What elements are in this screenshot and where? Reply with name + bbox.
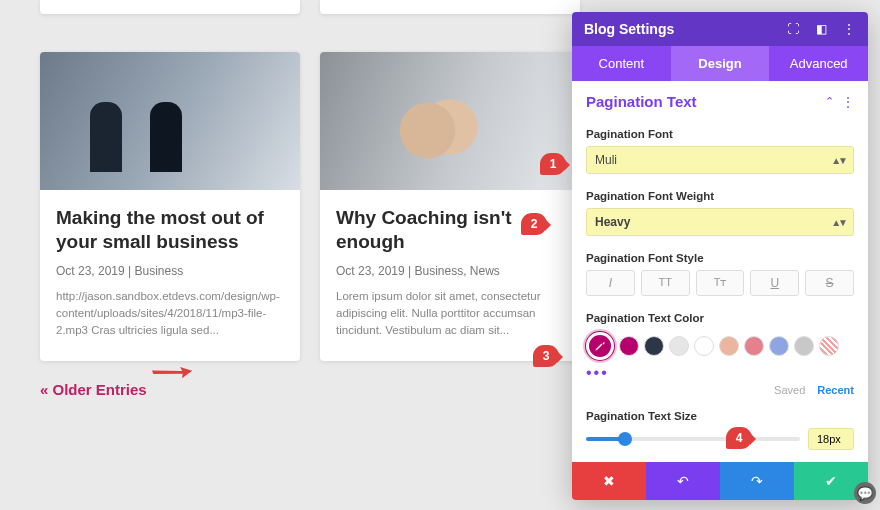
panel-title: Blog Settings bbox=[584, 21, 674, 37]
color-swatch[interactable] bbox=[794, 336, 814, 356]
blog-card[interactable]: Why Coaching isn't enough Oct 23, 2019 |… bbox=[320, 52, 580, 361]
recent-tab[interactable]: Recent bbox=[817, 384, 854, 396]
card-stub bbox=[40, 0, 300, 14]
card-excerpt: http://jason.sandbox.etdevs.com/design/w… bbox=[56, 288, 284, 340]
color-swatch[interactable] bbox=[744, 336, 764, 356]
card-stub bbox=[320, 0, 580, 14]
more-colors-icon[interactable]: ••• bbox=[586, 364, 854, 382]
style-strike[interactable]: S bbox=[805, 270, 854, 296]
font-select[interactable]: Muli ▲▼ bbox=[586, 146, 854, 174]
label-font: Pagination Font bbox=[572, 120, 868, 146]
label-color: Pagination Text Color bbox=[572, 304, 868, 330]
blog-settings-panel: Blog Settings ⛶ ◧ ⋮ Content Design Advan… bbox=[572, 12, 868, 500]
redo-button[interactable]: ↷ bbox=[720, 462, 794, 500]
color-swatch[interactable] bbox=[719, 336, 739, 356]
slider-thumb[interactable] bbox=[618, 432, 632, 446]
label-weight: Pagination Font Weight bbox=[572, 182, 868, 208]
label-size: Pagination Text Size bbox=[572, 402, 868, 428]
annotation-badge: 2 bbox=[521, 213, 547, 235]
layout-icon[interactable]: ◧ bbox=[814, 22, 828, 36]
style-uppercase[interactable]: TT bbox=[641, 270, 690, 296]
older-entries-link[interactable]: « Older Entries bbox=[40, 381, 147, 398]
undo-button[interactable]: ↶ bbox=[646, 462, 720, 500]
saved-tab[interactable]: Saved bbox=[774, 384, 805, 396]
tab-content[interactable]: Content bbox=[572, 46, 671, 81]
label-style: Pagination Font Style bbox=[572, 244, 868, 270]
font-value: Muli bbox=[595, 153, 617, 167]
color-swatch[interactable] bbox=[619, 336, 639, 356]
help-icon[interactable]: 💬 bbox=[854, 482, 876, 504]
kebab-icon[interactable]: ⋮ bbox=[842, 22, 856, 36]
style-italic[interactable]: I bbox=[586, 270, 635, 296]
select-arrows-icon: ▲▼ bbox=[831, 155, 845, 166]
card-meta: Oct 23, 2019 | Business, News bbox=[336, 264, 564, 278]
card-title[interactable]: Making the most out of your small busine… bbox=[56, 206, 284, 254]
kebab-icon[interactable]: ⋮ bbox=[842, 95, 854, 109]
card-image bbox=[40, 52, 300, 190]
size-slider[interactable] bbox=[586, 437, 800, 441]
weight-select[interactable]: Heavy ▲▼ bbox=[586, 208, 854, 236]
blog-card[interactable]: Making the most out of your small busine… bbox=[40, 52, 300, 361]
tab-advanced[interactable]: Advanced bbox=[769, 46, 868, 81]
color-picker-button[interactable] bbox=[586, 332, 614, 360]
style-smallcaps[interactable]: Tᴛ bbox=[696, 270, 745, 296]
panel-header: Blog Settings ⛶ ◧ ⋮ bbox=[572, 12, 868, 46]
color-swatch-transparent[interactable] bbox=[819, 336, 839, 356]
color-swatch[interactable] bbox=[644, 336, 664, 356]
tabs: Content Design Advanced bbox=[572, 46, 868, 81]
card-excerpt: Lorem ipsum dolor sit amet, consectetur … bbox=[336, 288, 564, 340]
chevron-up-icon[interactable]: ⌃ bbox=[825, 95, 834, 108]
style-underline[interactable]: U bbox=[750, 270, 799, 296]
weight-value: Heavy bbox=[595, 215, 630, 229]
color-swatch[interactable] bbox=[669, 336, 689, 356]
select-arrows-icon: ▲▼ bbox=[831, 217, 845, 228]
expand-icon[interactable]: ⛶ bbox=[786, 22, 800, 36]
size-input[interactable]: 18px bbox=[808, 428, 854, 450]
cancel-button[interactable]: ✖ bbox=[572, 462, 646, 500]
annotation-badge: 3 bbox=[533, 345, 559, 367]
section-title[interactable]: Pagination Text bbox=[586, 93, 697, 110]
color-swatch[interactable] bbox=[694, 336, 714, 356]
tab-design[interactable]: Design bbox=[671, 46, 770, 81]
color-swatch[interactable] bbox=[769, 336, 789, 356]
annotation-badge: 1 bbox=[540, 153, 566, 175]
annotation-badge: 4 bbox=[726, 427, 752, 449]
card-meta: Oct 23, 2019 | Business bbox=[56, 264, 284, 278]
